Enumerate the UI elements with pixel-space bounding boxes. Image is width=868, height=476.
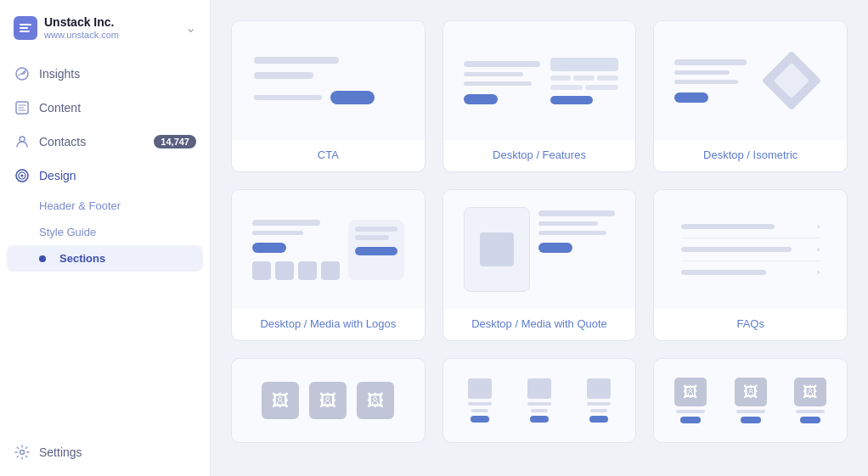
features-label: Desktop / Features [443, 140, 636, 171]
sidebar-item-header-footer[interactable]: Header & Footer [0, 193, 210, 219]
sidebar-item-contacts[interactable]: Contacts 14,747 [0, 125, 210, 159]
section-card-cta[interactable]: CTA [231, 20, 426, 172]
design-icon [14, 167, 31, 184]
section-card-partial-3[interactable]: 🖼 🖼 🖼 [653, 358, 848, 443]
sidebar-item-design[interactable]: Design [0, 159, 210, 193]
brand-url: www.unstack.com [44, 30, 119, 40]
partial-img-3: 🖼 [357, 382, 394, 419]
sidebar-item-insights[interactable]: Insights [0, 57, 210, 91]
media-quote-label: Desktop / Media with Quote [443, 309, 636, 340]
brand-logo-icon [14, 16, 37, 40]
contacts-icon [14, 133, 31, 150]
cta-label: CTA [232, 140, 425, 171]
features-preview [443, 21, 636, 140]
sections-label: Sections [59, 252, 105, 265]
section-card-faqs[interactable]: › › › FAQs [653, 189, 848, 341]
settings-label: Settings [39, 445, 82, 459]
brand-chevron-icon[interactable]: ⌄ [185, 20, 196, 36]
svg-point-11 [21, 175, 24, 177]
content-label: Content [39, 101, 81, 115]
section-card-isometric[interactable]: Desktop / Isometric [653, 20, 848, 172]
sidebar-item-content[interactable]: Content [0, 91, 210, 125]
insights-label: Insights [39, 67, 80, 81]
sidebar-item-settings[interactable]: Settings [0, 435, 210, 469]
sidebar-item-sections[interactable]: Sections [7, 245, 203, 272]
partial-img-1: 🖼 [262, 382, 299, 419]
contacts-badge: 14,747 [154, 135, 196, 148]
media-quote-preview [443, 190, 636, 309]
design-label: Design [39, 169, 76, 182]
section-card-media-quote[interactable]: Desktop / Media with Quote [442, 189, 637, 341]
media-logos-label: Desktop / Media with Logos [232, 309, 425, 340]
main-content: CTA [211, 0, 868, 476]
svg-rect-0 [20, 24, 31, 25]
svg-rect-2 [20, 31, 30, 32]
section-card-partial-1[interactable]: 🖼 🖼 🖼 [231, 358, 426, 443]
brand-section[interactable]: Unstack Inc. www.unstack.com ⌄ [0, 0, 210, 50]
section-card-features[interactable]: Desktop / Features [442, 20, 637, 172]
brand-name: Unstack Inc. [44, 15, 119, 29]
isometric-label: Desktop / Isometric [654, 140, 847, 171]
contacts-label: Contacts [39, 135, 86, 148]
header-footer-label: Header & Footer [39, 199, 121, 212]
svg-point-12 [20, 451, 25, 455]
svg-rect-1 [20, 27, 28, 29]
faqs-label: FAQs [654, 309, 847, 340]
faqs-preview: › › › [654, 190, 847, 309]
cta-preview [232, 21, 425, 140]
isometric-preview [654, 21, 847, 140]
style-guide-label: Style Guide [39, 226, 96, 238]
section-card-media-logos[interactable]: Desktop / Media with Logos [231, 189, 426, 341]
media-logos-preview [232, 190, 425, 309]
sidebar-navigation: Insights Content Contacts [0, 50, 210, 476]
sections-grid: CTA [231, 20, 848, 341]
sidebar-item-style-guide[interactable]: Style Guide [0, 219, 210, 245]
partial-img-2: 🖼 [309, 382, 347, 419]
brand-left: Unstack Inc. www.unstack.com [14, 15, 119, 40]
section-card-partial-2[interactable] [442, 358, 637, 443]
settings-icon [14, 444, 31, 461]
svg-point-8 [20, 137, 25, 142]
insights-icon [14, 65, 31, 82]
content-icon [14, 99, 31, 116]
brand-info: Unstack Inc. www.unstack.com [44, 15, 119, 40]
sidebar: Unstack Inc. www.unstack.com ⌄ Insights [0, 0, 211, 476]
